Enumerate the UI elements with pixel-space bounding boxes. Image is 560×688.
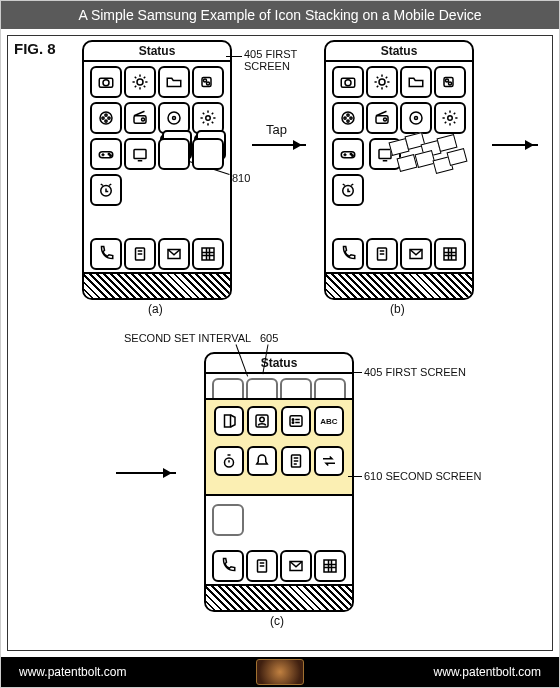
sublabel-c: (c): [270, 614, 284, 628]
svg-point-31: [347, 114, 349, 116]
svg-point-15: [206, 116, 211, 121]
book-icon[interactable]: [246, 550, 278, 582]
svg-point-25: [345, 80, 351, 86]
callout-first-screen-c: 405 FIRST SCREEN: [364, 366, 466, 378]
folder-icon: [400, 66, 432, 98]
svg-point-13: [168, 112, 180, 124]
footer: www.patentbolt.com www.patentbolt.com: [1, 657, 559, 687]
hatched-area: [206, 584, 352, 610]
contact-icon[interactable]: [247, 406, 277, 436]
grid-icon[interactable]: [192, 238, 224, 270]
callout-first-screen-a: 405 FIRST SCREEN: [244, 48, 297, 72]
svg-rect-43: [379, 150, 391, 159]
phone-icon[interactable]: [212, 550, 244, 582]
status-bar: Status: [206, 354, 352, 374]
footer-logo-icon: [256, 659, 304, 685]
swap-icon[interactable]: [314, 446, 344, 476]
svg-point-36: [384, 118, 387, 121]
leader-line: [226, 56, 242, 57]
mail-icon[interactable]: [400, 238, 432, 270]
svg-point-1: [103, 80, 109, 86]
svg-point-2: [137, 79, 143, 85]
figure-label: FIG. 8: [14, 40, 56, 57]
svg-point-14: [173, 117, 176, 120]
svg-point-28: [446, 79, 449, 82]
grid-icon[interactable]: [314, 550, 346, 582]
sun-icon: [366, 66, 398, 98]
callout-second-screen: 610 SECOND SCREEN: [364, 470, 481, 482]
svg-point-18: [110, 155, 112, 157]
dock-a: [90, 238, 224, 270]
svg-point-50: [260, 417, 265, 422]
sun-icon: [124, 66, 156, 98]
svg-point-10: [105, 120, 107, 122]
arrow-right-icon: [252, 144, 306, 146]
camera-icon: [90, 66, 122, 98]
gear-icon: [434, 102, 466, 134]
bell-icon[interactable]: [247, 446, 277, 476]
svg-point-34: [347, 120, 349, 122]
dock-c: [212, 550, 346, 582]
svg-point-12: [142, 118, 145, 121]
leader-line: [348, 476, 362, 477]
svg-rect-23: [202, 248, 214, 260]
svg-point-38: [415, 117, 418, 120]
book-icon[interactable]: [124, 238, 156, 270]
svg-point-9: [108, 117, 110, 119]
svg-point-32: [344, 117, 346, 119]
svg-point-26: [379, 79, 385, 85]
radio-icon: [366, 102, 398, 134]
page: A Simple Samsung Example of Icon Stackin…: [0, 0, 560, 688]
svg-point-53: [292, 422, 294, 424]
footer-right: www.patentbolt.com: [434, 665, 541, 679]
svg-point-7: [105, 114, 107, 116]
title-bar: A Simple Samsung Example of Icon Stackin…: [1, 1, 559, 29]
svg-point-4: [204, 79, 207, 82]
radio-icon: [124, 102, 156, 134]
door-icon[interactable]: [214, 406, 244, 436]
callout-stack-ref: 810: [232, 172, 250, 184]
phone-b: Status: [324, 40, 474, 300]
icon-stack[interactable]: [192, 138, 224, 170]
dock-b: [332, 238, 466, 270]
film-icon: [90, 102, 122, 134]
camera-icon: [332, 66, 364, 98]
stopwatch-icon[interactable]: [214, 446, 244, 476]
leader-line: [348, 372, 362, 373]
figure-canvas: FIG. 8 Status (a) 405 FIRST SCREEN 810: [7, 35, 553, 651]
mail-icon[interactable]: [158, 238, 190, 270]
svg-point-52: [292, 419, 294, 421]
mail-icon[interactable]: [280, 550, 312, 582]
tv-icon: [124, 138, 156, 170]
phone-icon[interactable]: [90, 238, 122, 270]
list-icon[interactable]: [281, 406, 311, 436]
arrow-right-icon: [116, 472, 176, 474]
alarm-icon: [332, 174, 364, 206]
svg-rect-47: [444, 248, 456, 260]
svg-point-37: [410, 112, 422, 124]
footer-left: www.patentbolt.com: [19, 665, 126, 679]
svg-rect-58: [324, 560, 336, 572]
alarm-icon: [90, 174, 122, 206]
disc-icon: [400, 102, 432, 134]
svg-point-42: [352, 155, 354, 157]
svg-rect-19: [134, 150, 146, 159]
svg-rect-51: [290, 416, 302, 427]
note-icon[interactable]: [281, 446, 311, 476]
hatched-area: [326, 272, 472, 298]
book-icon[interactable]: [366, 238, 398, 270]
svg-rect-48: [225, 415, 231, 427]
phone-a: Status: [82, 40, 232, 300]
callout-605: 605: [260, 332, 278, 344]
callout-second-set-interval: SECOND SET INTERVAL: [124, 332, 251, 344]
app-grid-c-lower: [212, 504, 346, 544]
video-icon: [192, 66, 224, 98]
icon-stack[interactable]: [158, 138, 190, 170]
gamepad-icon: [212, 504, 244, 536]
abc-icon[interactable]: ABC: [314, 406, 344, 436]
gamepad-icon: [332, 138, 364, 170]
grid-icon[interactable]: [434, 238, 466, 270]
exploded-stack: [390, 134, 470, 182]
svg-point-39: [448, 116, 453, 121]
phone-icon[interactable]: [332, 238, 364, 270]
